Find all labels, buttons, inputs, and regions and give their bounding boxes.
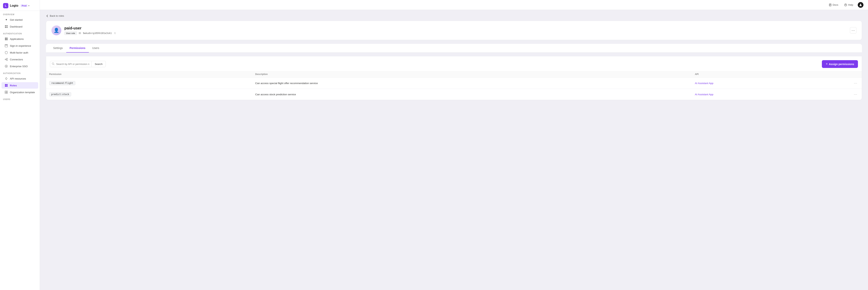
role-card-info: 👤 paid-user User role ID 9wkudnrqi85hh10… [52,26,116,35]
sidebar-item-applications[interactable]: Applications [2,36,38,42]
permissions-panel: Search + Assign permissions Permission D… [46,56,862,100]
svg-point-16 [6,66,7,67]
sidebar-item-get-started[interactable]: ✦ Get started [2,17,38,23]
svg-line-14 [6,60,7,60]
sidebar-item-label: Organization template [10,91,35,94]
api-resources-icon [5,77,8,80]
panel-inner: Search + Assign permissions [46,56,862,68]
table-header: Permission Description API [46,71,862,77]
svg-point-32 [860,4,861,5]
search-bar: Search + Assign permissions [50,60,858,68]
tabs-section: Settings Permissions Users [46,44,862,100]
search-button[interactable]: Search [92,61,106,67]
assign-label: Assign permissions [829,63,854,66]
svg-rect-23 [6,91,8,92]
role-more-button[interactable]: ⋯ [850,27,857,34]
applications-icon [5,37,8,41]
sidebar-item-label: Multi-factor auth [10,51,28,54]
sidebar-item-connectors[interactable]: Connectors [2,56,38,63]
tab-users[interactable]: Users [89,44,103,53]
docs-label: Docs [833,3,838,6]
sidebar-item-sign-in-experience[interactable]: Sign-in experience [2,42,38,49]
svg-rect-25 [6,92,8,94]
help-button[interactable]: Help [843,3,855,7]
sidebar-item-org-template[interactable]: Organization template [2,89,38,95]
assign-permissions-button[interactable]: + Assign permissions [822,60,858,68]
action-cell: ⋯ [849,89,862,100]
sidebar-item-label: Get started [10,19,23,21]
description-cell: Can access stock prediction service [252,89,692,100]
role-id-label: ID [79,32,81,35]
svg-rect-21 [6,86,8,87]
permissions-table: Permission Description API recommend:fli… [46,71,862,100]
svg-rect-3 [6,27,8,28]
svg-point-10 [5,59,6,60]
svg-line-34 [54,64,55,65]
role-details: paid-user User role ID 9wkudnrqi85hh101e… [64,26,116,35]
sidebar-item-roles[interactable]: Roles [2,82,38,89]
plus-icon: + [826,62,828,66]
description-cell: Can access special flight offer recommen… [252,77,692,89]
sidebar-item-mfa[interactable]: Multi-factor auth [2,50,38,56]
sidebar-item-api-resources[interactable]: API resources [2,75,38,82]
api-link[interactable]: AI Assistant App [695,93,713,96]
role-id-value: 9wkudnrqi85hh101e3sk1 [83,32,112,35]
topbar: Docs Help [40,0,868,10]
svg-rect-9 [5,45,7,45]
sidebar-item-label: Dashboard [10,25,22,28]
roles-icon [5,84,8,87]
section-label-users: USERS [0,96,40,101]
svg-rect-0 [5,25,6,26]
sidebar-item-label: Enterprise SSO [10,65,28,68]
sidebar-item-label: Connectors [10,58,23,61]
user-avatar[interactable] [858,2,863,8]
svg-rect-1 [6,25,8,26]
avatar-icon [859,3,862,6]
org-template-icon [5,91,8,94]
permission-cell: recommend:flight [46,77,252,89]
help-label: Help [848,3,853,6]
svg-rect-20 [5,86,6,87]
env-chevron-icon: ▾ [28,4,29,7]
table-row: predict:stock Can access stock predictio… [46,89,862,100]
svg-rect-2 [5,27,6,28]
svg-rect-6 [5,39,6,40]
sidebar-item-label: Applications [10,38,24,40]
permission-tag: predict:stock [49,92,71,96]
copy-id-icon[interactable]: ⎘ [114,32,116,35]
search-input[interactable] [50,61,92,67]
tab-bar: Settings Permissions Users [46,44,862,53]
role-type-badge: User role [64,32,77,35]
svg-rect-22 [5,91,6,92]
dashboard-icon [5,25,8,28]
sidebar-item-label: Sign-in experience [10,44,31,47]
connectors-icon [5,58,8,61]
col-actions [849,71,862,77]
col-api: API [692,71,849,77]
sidebar-item-dashboard[interactable]: Dashboard [2,23,38,30]
sidebar-item-label: API resources [10,77,26,80]
tab-permissions[interactable]: Permissions [66,44,89,53]
role-name: paid-user [64,26,116,30]
sidebar-item-enterprise-sso[interactable]: Enterprise SSO [2,63,38,69]
docs-button[interactable]: Docs [827,3,840,7]
permission-cell: predict:stock [46,89,252,100]
svg-rect-19 [6,84,8,86]
row-more-button[interactable]: ⋯ [852,80,859,86]
env-badge-wrapper[interactable]: Prod ▾ [21,4,29,7]
role-avatar: 👤 [52,26,61,35]
back-to-roles-link[interactable]: Back to roles [46,14,64,17]
search-input-wrap: Search [50,61,106,67]
api-link[interactable]: AI Assistant App [695,82,713,85]
role-meta: User role ID 9wkudnrqi85hh101e3sk1 ⎘ [64,32,116,35]
search-icon [52,62,55,66]
help-icon [844,4,847,6]
table-body: recommend:flight Can access special flig… [46,77,862,100]
tab-settings[interactable]: Settings [50,44,66,53]
get-started-icon: ✦ [5,18,8,22]
row-more-button[interactable]: ⋯ [852,92,859,97]
api-cell: AI Assistant App [692,77,849,89]
logo-text: Logto [10,4,18,7]
svg-point-11 [7,58,8,59]
svg-rect-24 [5,92,6,94]
